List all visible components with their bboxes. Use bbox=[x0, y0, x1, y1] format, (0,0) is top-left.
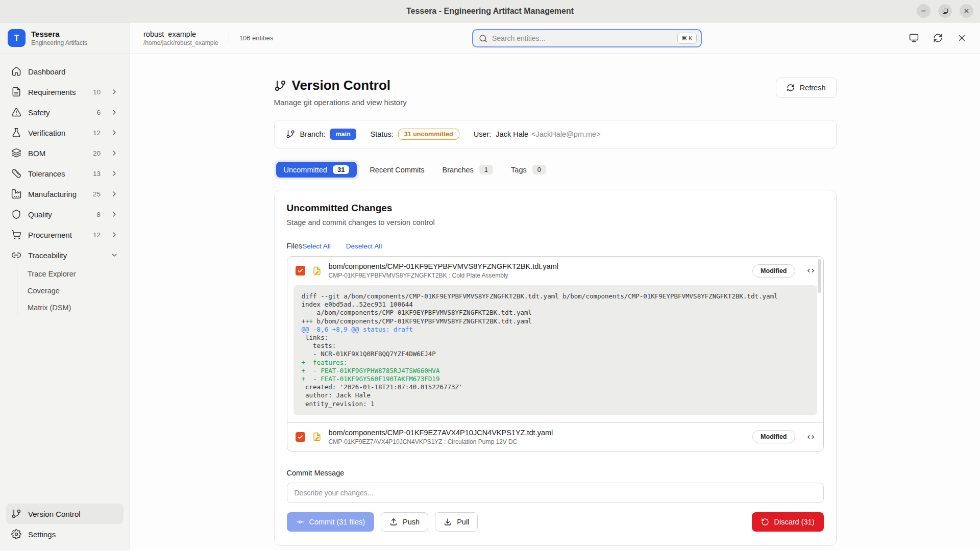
file-path: bom/components/CMP-01KF9EZ7AVX4P10JCN4VK… bbox=[329, 429, 746, 437]
tab-uncommitted[interactable]: Uncommitted 31 bbox=[276, 162, 357, 178]
push-button[interactable]: Push bbox=[381, 512, 428, 532]
discard-button-label: Discard (31) bbox=[774, 518, 815, 526]
user-email: <JackHale@pm.me> bbox=[531, 130, 601, 138]
page-title-block: Version Control Manage git operations an… bbox=[274, 78, 407, 107]
sidebar-item-verification[interactable]: Verification 12 bbox=[6, 122, 124, 143]
commit-button[interactable]: Commit (31 files) bbox=[287, 512, 375, 532]
sidebar-item-settings[interactable]: Settings bbox=[6, 524, 124, 544]
sidebar-item-requirements[interactable]: Requirements 10 bbox=[6, 82, 124, 102]
file-checkbox[interactable] bbox=[296, 432, 305, 442]
diff-line: +++ b/bom/components/CMP-01KF9EYPBFVMVS8… bbox=[302, 317, 809, 325]
monitor-icon[interactable] bbox=[909, 33, 919, 43]
page-subtitle: Manage git operations and view history bbox=[274, 98, 407, 107]
file-pen-icon bbox=[312, 266, 322, 276]
refresh-icon[interactable] bbox=[933, 33, 943, 43]
header-icons bbox=[909, 33, 967, 43]
commit-message-input[interactable] bbox=[287, 483, 824, 503]
code-icon[interactable] bbox=[806, 266, 815, 275]
download-icon bbox=[444, 518, 452, 526]
maximize-button[interactable] bbox=[938, 4, 952, 18]
shopping-cart-icon bbox=[11, 230, 21, 240]
sidebar-item-dashboard[interactable]: Dashboard bbox=[6, 61, 124, 82]
file-info: bom/components/CMP-01KF9EZ7AVX4P10JCN4VK… bbox=[329, 429, 746, 445]
tab-label: Tags bbox=[511, 166, 527, 174]
tab-label: Branches bbox=[443, 166, 474, 174]
pull-button[interactable]: Pull bbox=[435, 512, 478, 532]
search-icon bbox=[479, 34, 487, 43]
commit-message-label: Commit Message bbox=[287, 469, 824, 477]
window-title: Tessera - Engineering Artifact Managemen… bbox=[406, 7, 574, 16]
select-all-link[interactable]: Select All bbox=[302, 242, 331, 250]
search-input[interactable] bbox=[492, 34, 673, 42]
sidebar-item-bom[interactable]: BOM 20 bbox=[6, 143, 124, 163]
chevron-right-icon bbox=[110, 88, 118, 96]
entity-count: 106 entities bbox=[239, 34, 274, 42]
sidebar-item-label: Requirements bbox=[28, 88, 86, 96]
file-row[interactable]: bom/components/CMP-01KF9EYPBFVMVS8YFZNGF… bbox=[287, 257, 823, 285]
chevron-right-icon bbox=[110, 129, 118, 137]
file-entity: CMP-01KF9EZ7AVX4P10JCN4VKPS1YZ : Circula… bbox=[329, 438, 746, 445]
sidebar-item-count: 12 bbox=[93, 231, 101, 239]
sidebar-item-traceability[interactable]: Traceability bbox=[6, 245, 124, 265]
sidebar-item-coverage[interactable]: Coverage bbox=[17, 283, 124, 299]
home-icon bbox=[11, 66, 21, 77]
file-checkbox[interactable] bbox=[296, 266, 305, 276]
sidebar-item-version-control[interactable]: Version Control bbox=[6, 504, 124, 524]
tab-label: Uncommitted bbox=[284, 166, 327, 174]
sidebar-item-manufacturing[interactable]: Manufacturing 25 bbox=[6, 184, 124, 204]
app-name: Tessera bbox=[31, 30, 87, 38]
sidebar-bottom: Version Control Settings bbox=[0, 499, 130, 550]
code-icon[interactable] bbox=[806, 433, 815, 441]
chevron-right-icon bbox=[110, 108, 118, 116]
diff-line: index e0bd5ad..52ec931 100644 bbox=[302, 300, 809, 309]
tab-count-badge: 1 bbox=[479, 165, 493, 174]
flask-icon bbox=[11, 128, 21, 138]
sidebar-nav: Dashboard Requirements 10 Safety 6 bbox=[0, 54, 130, 499]
upload-icon bbox=[389, 518, 398, 526]
discard-button[interactable]: Discard (31) bbox=[752, 512, 824, 532]
tab-count-badge: 0 bbox=[532, 165, 546, 174]
branch-badge: main bbox=[330, 129, 356, 140]
chevron-right-icon bbox=[110, 210, 118, 218]
sidebar-item-trace-explorer[interactable]: Trace Explorer bbox=[17, 266, 124, 283]
file-row[interactable]: bom/components/CMP-01KF9EZ7AVX4P10JCN4VK… bbox=[287, 422, 823, 451]
uncommitted-changes-panel: Uncommitted Changes Stage and commit cha… bbox=[274, 190, 837, 546]
sidebar-item-procurement[interactable]: Procurement 12 bbox=[6, 224, 124, 245]
search-box[interactable]: ⌘ K bbox=[472, 29, 702, 47]
tab-recent-commits[interactable]: Recent Commits bbox=[362, 162, 431, 178]
sidebar-item-safety[interactable]: Safety 6 bbox=[6, 102, 124, 122]
status-badge: 31 uncommitted bbox=[398, 129, 459, 140]
sidebar-item-label: Tolerances bbox=[28, 169, 86, 178]
close-icon[interactable] bbox=[957, 33, 967, 43]
search-shortcut-badge: ⌘ K bbox=[677, 33, 697, 44]
sidebar-item-count: 8 bbox=[96, 211, 101, 218]
undo-icon bbox=[761, 518, 769, 526]
traceability-subnav: Trace Explorer Coverage Matrix (DSM) bbox=[17, 266, 124, 316]
tab-count-badge: 31 bbox=[333, 165, 349, 174]
refresh-button[interactable]: Refresh bbox=[776, 78, 837, 98]
tab-branches[interactable]: Branches 1 bbox=[435, 161, 501, 178]
sidebar-item-quality[interactable]: Quality 8 bbox=[6, 204, 124, 224]
check-icon bbox=[297, 434, 304, 440]
diff-line: tests: bbox=[302, 342, 809, 350]
files-scrollbar[interactable] bbox=[818, 259, 821, 293]
deselect-all-link[interactable]: Deselect All bbox=[346, 242, 382, 250]
minimize-button[interactable] bbox=[917, 4, 930, 18]
content: Version Control Manage git operations an… bbox=[130, 54, 980, 550]
refresh-button-label: Refresh bbox=[800, 84, 826, 92]
close-window-button[interactable] bbox=[960, 4, 973, 18]
diff-line-added: + - FEAT-01KF9GY560F190TAKFM673FD19 bbox=[302, 375, 809, 383]
diff-line: --- a/bom/components/CMP-01KF9EYPBFVMVS8… bbox=[302, 309, 809, 317]
project-block: robust_example /home/jack/robust_example bbox=[143, 30, 218, 46]
sidebar-item-matrix-dsm[interactable]: Matrix (DSM) bbox=[17, 299, 124, 316]
branch-label: Branch: bbox=[300, 130, 326, 138]
diff-line: entity_revision: 1 bbox=[302, 400, 809, 408]
tab-tags[interactable]: Tags 0 bbox=[504, 161, 553, 178]
panel-title: Uncommitted Changes bbox=[287, 203, 824, 214]
sidebar-item-tolerances[interactable]: Tolerances 13 bbox=[6, 163, 124, 184]
user-name: Jack Hale bbox=[496, 130, 528, 138]
sidebar-item-label: Manufacturing bbox=[28, 190, 86, 198]
diff-line-hunk: @@ -8,6 +8,9 @@ status: draft bbox=[302, 325, 809, 334]
diff-line: author: Jack Hale bbox=[302, 391, 809, 399]
project-name: robust_example bbox=[143, 30, 218, 38]
